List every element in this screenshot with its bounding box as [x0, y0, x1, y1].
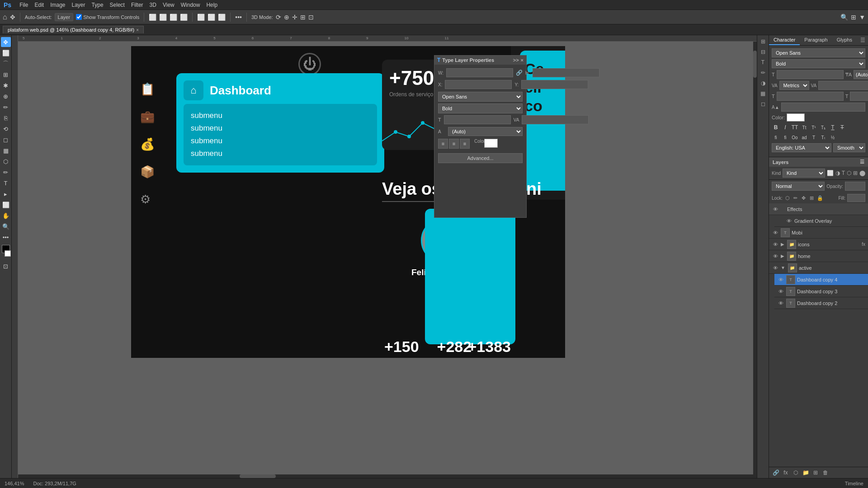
lock-artboard-btn[interactable]: ⊞: [809, 195, 815, 201]
hand-tool[interactable]: ✋: [1, 211, 11, 221]
move-tool[interactable]: ✥: [1, 37, 11, 47]
underline-btn[interactable]: T: [829, 123, 837, 131]
font-family-select[interactable]: Open Sans: [772, 48, 865, 57]
align-center-icon[interactable]: ⬜: [159, 14, 167, 21]
create-group-btn[interactable]: 📁: [802, 469, 810, 477]
timeline-label[interactable]: Timeline: [845, 481, 863, 486]
layers-panel-menu-icon[interactable]: ☰: [860, 159, 864, 165]
panel-menu-icon[interactable]: ☰: [858, 35, 868, 45]
eraser-tool[interactable]: ◻: [1, 135, 11, 145]
menu-image[interactable]: Image: [50, 2, 65, 8]
history-brush[interactable]: ⟲: [1, 124, 11, 134]
blend-mode-select[interactable]: Normal: [772, 182, 825, 191]
italic-btn[interactable]: I: [781, 123, 789, 131]
properties-expand-icon[interactable]: >>: [513, 57, 519, 63]
layer-dashboard-copy-3[interactable]: 👁 T Dashboard copy 3: [774, 286, 868, 297]
y-input[interactable]: 8.13 in: [521, 80, 588, 89]
lig-btn[interactable]: fi: [772, 133, 780, 141]
antialias-select[interactable]: Smooth: [833, 143, 865, 152]
expand-icon[interactable]: ▼: [859, 14, 865, 21]
props-leading-select[interactable]: (Auto): [448, 127, 523, 136]
align-left-btn[interactable]: ≡: [438, 139, 448, 149]
3d-roll-icon[interactable]: ⊕: [284, 14, 289, 21]
menu-type[interactable]: Type: [92, 2, 104, 8]
move-tool-icon[interactable]: ✥: [10, 14, 15, 21]
filter-shape-icon[interactable]: ⬡: [847, 170, 851, 176]
shape-tool[interactable]: ⬜: [1, 200, 11, 210]
bold-btn[interactable]: B: [772, 123, 780, 131]
x-input[interactable]: 2.3 in: [445, 80, 512, 89]
menu-edit[interactable]: Edit: [34, 2, 44, 8]
quick-mask-tool[interactable]: ⊡: [1, 261, 11, 271]
icons-expand-icon[interactable]: ▶: [781, 242, 784, 247]
properties-close-icon[interactable]: ×: [521, 57, 524, 63]
advanced-button[interactable]: Advanced...: [438, 153, 523, 163]
baseline-input[interactable]: 0 pt: [781, 103, 865, 112]
horizontal-scrollbar[interactable]: [18, 474, 757, 478]
arrange-icon[interactable]: ⊞: [851, 14, 856, 21]
small-caps-btn[interactable]: Tt: [800, 123, 808, 131]
layer-active-group[interactable]: 👁 ▼ 📁 active: [769, 262, 868, 274]
brush-tool[interactable]: ✏: [1, 102, 11, 112]
dodge-tool[interactable]: ⬡: [1, 156, 11, 166]
vertical-scrollbar[interactable]: [753, 42, 757, 478]
vertical-scrollbar-thumb[interactable]: [753, 51, 757, 78]
home-expand-icon[interactable]: ▶: [781, 253, 784, 258]
tracking-input[interactable]: 0: [818, 81, 868, 90]
path-tool[interactable]: ✏: [1, 167, 11, 177]
clone-tool[interactable]: ⎘: [1, 113, 11, 123]
tab-character[interactable]: Character: [769, 35, 800, 45]
align-bottom-icon[interactable]: ⬜: [218, 14, 226, 21]
font-style-select[interactable]: Bold: [772, 59, 865, 68]
align-left-icon[interactable]: ⬜: [149, 14, 156, 21]
menu-file[interactable]: File: [19, 2, 28, 8]
align-top-icon[interactable]: ⬜: [197, 14, 205, 21]
alt-lig-btn[interactable]: fi: [781, 133, 789, 141]
effects-vis[interactable]: 👁: [772, 206, 779, 213]
brush-icon-btn[interactable]: ✏: [759, 68, 768, 77]
tab-close-button[interactable]: ×: [136, 28, 139, 33]
selection-tool[interactable]: ⬜: [1, 48, 11, 58]
character-icon-btn[interactable]: T: [759, 58, 768, 67]
opacity-input[interactable]: 100%: [845, 182, 865, 191]
tab-glyphs[interactable]: Glyphs: [832, 35, 857, 45]
props-font-family[interactable]: Open Sans: [438, 92, 523, 102]
filter-toggle[interactable]: ⬤: [859, 170, 865, 176]
lock-all-btn[interactable]: 🔒: [817, 195, 823, 201]
3d-scale-icon[interactable]: ⊡: [308, 14, 314, 21]
dc2-vis[interactable]: 👁: [777, 300, 784, 307]
path-select-tool[interactable]: ▸: [1, 189, 11, 199]
adjust-icon-btn[interactable]: ◑: [759, 79, 768, 88]
fill-input[interactable]: 100%: [847, 194, 865, 202]
old-style-btn[interactable]: Oo: [791, 133, 799, 141]
healing-tool[interactable]: ⊕: [1, 91, 11, 101]
home-icon[interactable]: ⌂: [3, 13, 7, 21]
search-icon[interactable]: 🔍: [840, 14, 848, 21]
more-options-icon[interactable]: •••: [235, 14, 242, 21]
menu-help[interactable]: Help: [206, 2, 217, 8]
strikethrough-btn[interactable]: T: [838, 123, 846, 131]
layer-home-group[interactable]: 👁 ▶ 📁 home: [769, 250, 868, 262]
leading-input[interactable]: [854, 70, 868, 79]
distribute-icon[interactable]: ⬜: [180, 14, 188, 21]
link-layers-btn[interactable]: 🔗: [772, 469, 780, 477]
grad-vis[interactable]: 👁: [785, 217, 793, 225]
gradient-overlay-item[interactable]: 👁 Gradient Overlay: [774, 215, 868, 227]
mobi-vis[interactable]: 👁: [772, 229, 779, 236]
subscript-btn[interactable]: T₁: [819, 123, 827, 131]
scale-h-input[interactable]: 100%: [850, 92, 868, 101]
all-caps-btn[interactable]: TT: [791, 123, 799, 131]
gradient-tool[interactable]: ▦: [1, 145, 11, 155]
3d-pan-icon[interactable]: ✛: [292, 14, 297, 21]
filter-text-icon[interactable]: T: [842, 170, 845, 176]
show-transform-checkbox[interactable]: [76, 14, 82, 20]
active-vis[interactable]: 👁: [772, 264, 779, 272]
filter-smart-icon[interactable]: ⊞: [853, 170, 858, 176]
layers-icon-btn[interactable]: ⊞: [759, 37, 768, 46]
font-size-input[interactable]: 14 pt: [777, 70, 844, 79]
titling-btn[interactable]: Tₜ: [819, 133, 827, 141]
kerning-select[interactable]: Metrics: [779, 81, 809, 90]
layer-icons-group[interactable]: 👁 ▶ 📁 icons fx: [769, 239, 868, 250]
menu-3d[interactable]: 3D: [150, 2, 156, 8]
lock-position-btn[interactable]: ✥: [801, 195, 807, 201]
